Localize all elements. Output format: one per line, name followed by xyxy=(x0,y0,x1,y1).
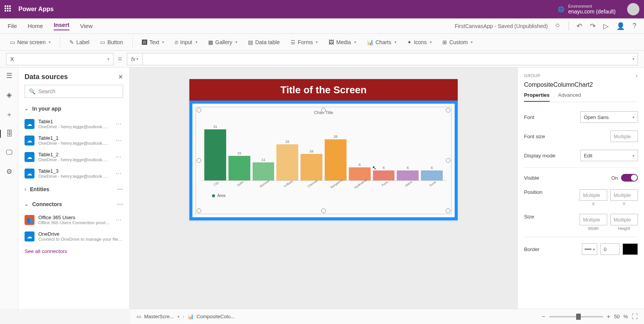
chevron-right-icon[interactable]: › xyxy=(636,72,638,79)
gallery-button[interactable]: ▦Gallery▾ xyxy=(204,38,241,47)
breadcrumb-screen[interactable]: MasterScre... xyxy=(144,314,174,319)
breadcrumb-control[interactable]: CompositeColu... xyxy=(197,314,235,319)
slider-knob[interactable] xyxy=(576,314,581,320)
border-color-picker[interactable] xyxy=(623,243,638,255)
search-input[interactable]: 🔍 Search xyxy=(25,85,123,98)
selected-control-name: CompositeColumnChart2 xyxy=(524,81,638,88)
screen-preview: Title of the Screen ↖ Chart Title 311511… xyxy=(189,79,458,220)
section-connectors[interactable]: ⌄Connectors ⋯ xyxy=(18,197,129,212)
chart-selection-frame[interactable]: ↖ Chart Title 3115112216258666 CityDelhi… xyxy=(189,101,458,220)
more-icon[interactable]: ⋯ xyxy=(114,120,123,127)
tab-advanced[interactable]: Advanced xyxy=(558,92,581,102)
menu-bar: File Home Insert View FirstCanvasApp - S… xyxy=(0,18,644,34)
undo-icon[interactable]: ↶ xyxy=(577,22,582,30)
forms-button[interactable]: ☰Forms▾ xyxy=(287,38,322,47)
width-input[interactable]: Multiple xyxy=(580,214,607,225)
input-button[interactable]: ⎚Input▾ xyxy=(171,38,201,47)
close-icon[interactable]: ✕ xyxy=(118,73,123,81)
hamburger-icon[interactable]: ☰ xyxy=(6,71,12,80)
font-select[interactable]: Open Sans▾ xyxy=(580,111,638,123)
connector-name: Office 365 Users xyxy=(38,215,110,220)
media-rail-icon[interactable]: 🖵 xyxy=(6,149,13,157)
redo-icon[interactable]: ↷ xyxy=(590,22,596,30)
resize-handle[interactable] xyxy=(321,208,326,213)
data-source-item[interactable]: ☁Table1_3OneDrive - henry.legge@outlook.… xyxy=(18,165,129,182)
height-input[interactable]: Multiple xyxy=(610,214,638,225)
zoom-percent: % xyxy=(623,314,628,319)
fx-button[interactable]: fx▾ xyxy=(127,53,142,65)
form-icon: ☰ xyxy=(291,39,296,45)
resize-handle[interactable] xyxy=(197,158,201,163)
menu-insert[interactable]: Insert xyxy=(54,21,69,30)
data-icon[interactable]: 🗄 xyxy=(0,130,18,138)
more-icon[interactable]: ⋯ xyxy=(117,200,123,208)
tab-properties[interactable]: Properties xyxy=(524,92,550,102)
more-icon[interactable]: ⋯ xyxy=(117,185,123,193)
connector-item[interactable]: ☁OneDriveConnect to OneDrive to manage y… xyxy=(18,228,129,245)
more-icon[interactable]: ⋯ xyxy=(114,153,123,160)
resize-handle[interactable] xyxy=(446,208,450,213)
position-x-input[interactable]: Multiple xyxy=(580,189,607,201)
panel-title: Data sources xyxy=(25,73,68,81)
chevron-down-icon[interactable]: ▾ xyxy=(177,314,179,319)
resize-handle[interactable] xyxy=(197,208,201,213)
see-all-connectors-link[interactable]: See all connectors xyxy=(18,245,129,258)
tree-view-icon[interactable]: ◈ xyxy=(7,91,12,99)
menu-file[interactable]: File xyxy=(8,23,17,29)
new-screen-button[interactable]: ▭ New screen ▾ xyxy=(6,38,54,47)
property-selector[interactable]: X ▾ xyxy=(6,53,113,65)
chevron-down-icon: ▾ xyxy=(632,115,634,119)
environment-picker[interactable]: Environment enayu.com (default) xyxy=(568,4,616,15)
section-entities[interactable]: ›Entities ⋯ xyxy=(18,182,129,197)
media-icon: 🖼 xyxy=(329,39,334,45)
charts-button[interactable]: 📊Charts▾ xyxy=(363,38,400,47)
data-source-item[interactable]: ☁Table1_2OneDrive - henry.legge@outlook.… xyxy=(18,149,129,165)
bar-value-label: 8 xyxy=(359,163,361,167)
display-mode-select[interactable]: Edit▾ xyxy=(580,150,638,161)
visible-toggle[interactable] xyxy=(621,174,638,182)
icons-button[interactable]: ✦Icons▾ xyxy=(403,38,435,47)
advanced-tools-icon[interactable]: ⚙ xyxy=(6,167,12,176)
more-icon[interactable]: ⋯ xyxy=(114,216,123,223)
zoom-slider[interactable] xyxy=(549,316,603,317)
chart-legend: Area xyxy=(200,193,447,198)
label-button[interactable]: ✎Label xyxy=(66,38,93,47)
play-icon[interactable]: ▷ xyxy=(603,22,609,30)
fit-to-screen-icon[interactable]: ⛶ xyxy=(632,313,638,320)
app-launcher-icon[interactable] xyxy=(5,5,12,13)
resize-handle[interactable] xyxy=(321,108,326,112)
formula-input[interactable]: ▾ xyxy=(142,53,638,65)
section-in-your-app[interactable]: ⌄ In your app xyxy=(18,102,129,116)
avatar[interactable] xyxy=(627,3,639,15)
button-button[interactable]: ▭Button xyxy=(96,38,127,47)
border-width-input[interactable] xyxy=(600,243,619,255)
data-source-item[interactable]: ☁Table1OneDrive - henry.legge@outlook.co… xyxy=(18,116,129,132)
resize-handle[interactable] xyxy=(197,108,201,112)
share-icon[interactable]: 👤 xyxy=(616,22,625,30)
help-icon[interactable]: ? xyxy=(632,22,636,30)
canvas[interactable]: Title of the Screen ↖ Chart Title 311511… xyxy=(130,68,518,309)
zoom-in-icon[interactable]: + xyxy=(607,313,610,320)
menu-view[interactable]: View xyxy=(80,23,92,29)
ds-desc: OneDrive - henry.legge@outlook.com xyxy=(38,141,110,145)
pos-x-placeholder: Multiple xyxy=(583,192,600,198)
border-width-value[interactable] xyxy=(604,246,616,252)
resize-handle[interactable] xyxy=(446,108,450,112)
menu-home[interactable]: Home xyxy=(28,23,43,29)
data-source-item[interactable]: ☁Table1_1OneDrive - henry.legge@outlook.… xyxy=(18,132,129,149)
add-icon[interactable]: ＋ xyxy=(6,110,13,119)
data-table-button[interactable]: ▤Data table xyxy=(244,38,284,47)
more-icon[interactable]: ⋯ xyxy=(114,170,123,177)
media-button[interactable]: 🖼Media▾ xyxy=(325,38,360,47)
text-button[interactable]: 🅰Text▾ xyxy=(138,38,168,47)
font-size-input[interactable]: Multiple xyxy=(610,131,638,142)
zoom-out-icon[interactable]: − xyxy=(542,313,545,320)
connector-item[interactable]: 👥Office 365 UsersOffice 365 Users Connec… xyxy=(18,212,129,228)
position-y-input[interactable]: Multiple xyxy=(610,189,638,201)
chart-control[interactable]: ↖ Chart Title 3115112216258666 CityDelhi… xyxy=(196,107,452,214)
border-style-select[interactable]: ▾ xyxy=(582,243,597,255)
custom-button[interactable]: ⊞Custom▾ xyxy=(439,38,476,47)
more-icon[interactable]: ⋯ xyxy=(114,137,123,144)
resize-handle[interactable] xyxy=(446,158,450,163)
app-checker-icon[interactable]: ᮰ xyxy=(554,22,561,30)
